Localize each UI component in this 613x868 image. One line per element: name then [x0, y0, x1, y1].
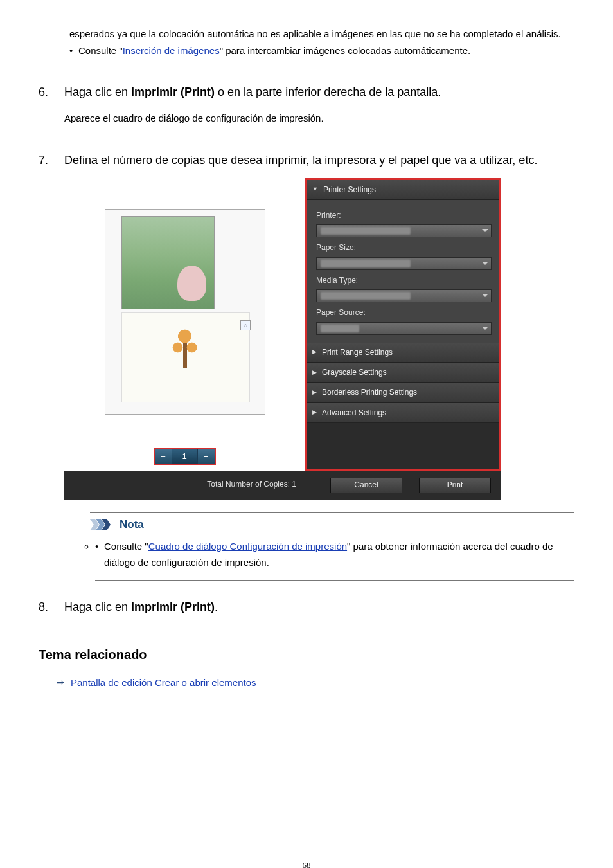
printer-label: Printer:	[316, 209, 492, 222]
copies-plus[interactable]: +	[198, 449, 215, 464]
step8-text: Haga clic en Imprimir (Print).	[64, 597, 574, 617]
settings-pane: ▼ Printer Settings Printer: Paper Size: …	[305, 178, 501, 471]
print-range-label: Print Range Settings	[322, 346, 393, 359]
bullet-prefix: Consulte "	[78, 45, 123, 56]
borderless-header[interactable]: ▶ Borderless Printing Settings	[307, 383, 499, 402]
mediatype-select[interactable]	[316, 289, 492, 302]
arrow-right-icon: ➡	[57, 675, 64, 691]
step6-bold: Imprimir (Print)	[131, 86, 215, 98]
nota-label: Nota	[120, 516, 144, 534]
print-button[interactable]: Print	[419, 478, 491, 493]
step8-post: .	[215, 601, 218, 613]
nota-heading: Nota	[90, 512, 574, 534]
borderless-label: Borderless Printing Settings	[322, 386, 417, 399]
chevron-right-icon: ▶	[312, 408, 317, 417]
chevron-down-icon: ▼	[312, 185, 318, 194]
copies-stepper[interactable]: − 1 +	[154, 448, 216, 465]
step-6: 6. Haga clic en Imprimir (Print) o en la…	[39, 82, 574, 134]
nota-prefix: Consulte "	[104, 541, 148, 552]
step8-pre: Haga clic en	[64, 601, 131, 613]
papersource-select[interactable]	[316, 322, 492, 335]
insert-images-link[interactable]: Inserción de imágenes	[123, 45, 220, 56]
step6-pre: Haga clic en	[64, 86, 131, 98]
note-bullet: Consulte "Inserción de imágenes" para in…	[69, 42, 574, 59]
mediatype-label: Media Type:	[316, 274, 492, 287]
papersource-label: Paper Source:	[316, 306, 492, 319]
cancel-button[interactable]: Cancel	[330, 478, 402, 493]
chevron-right-icon: ▶	[312, 368, 317, 377]
print-settings-dialog-link[interactable]: Cuadro de diálogo Configuración de impre…	[148, 541, 347, 552]
copies-minus[interactable]: −	[155, 449, 172, 464]
copies-value: 1	[172, 449, 198, 464]
chevron-right-icon: ▶	[312, 388, 317, 397]
related-link-row: ➡ Pantalla de edición Crear o abrir elem…	[57, 674, 574, 691]
step6-text: Haga clic en Imprimir (Print) o en la pa…	[64, 82, 574, 102]
step-number: 8.	[39, 597, 64, 617]
step7-text: Defina el número de copias que desea imp…	[64, 150, 574, 170]
magnifier-icon: ⌕	[240, 320, 251, 330]
step-7: 7. Defina el número de copias que desea …	[39, 150, 574, 580]
nota-icon	[90, 519, 117, 530]
page-number: 68	[39, 858, 574, 868]
step6-sub: Aparece el cuadro de diálogo de configur…	[64, 110, 574, 127]
preview-pane: ⌕ − 1 +	[64, 178, 305, 471]
printer-settings-header[interactable]: ▼ Printer Settings	[307, 180, 499, 200]
printer-select[interactable]	[316, 224, 492, 237]
step-8: 8. Haga clic en Imprimir (Print).	[39, 597, 574, 625]
note-text: esperados ya que la colocación automátic…	[69, 26, 574, 42]
step6-post: o en la parte inferior derecha de la pan…	[215, 86, 441, 98]
bullet-suffix: " para intercambiar imágenes colocadas a…	[220, 45, 471, 56]
papersize-label: Paper Size:	[316, 241, 492, 254]
print-dialog-figure: ⌕ − 1 + ▼	[64, 178, 501, 500]
grayscale-header[interactable]: ▶ Grayscale Settings	[307, 363, 499, 383]
step-number: 7.	[39, 150, 64, 170]
printer-settings-label: Printer Settings	[323, 183, 376, 196]
step8-bold: Imprimir (Print)	[131, 601, 215, 613]
note-continuation: esperados ya que la colocación automátic…	[69, 26, 574, 68]
printer-settings-body: Printer: Paper Size: Media Type: Paper S…	[307, 200, 499, 343]
grayscale-label: Grayscale Settings	[322, 366, 387, 379]
papersize-select[interactable]	[316, 257, 492, 270]
print-range-header[interactable]: ▶ Print Range Settings	[307, 343, 499, 363]
advanced-label: Advanced Settings	[322, 406, 386, 419]
related-heading: Tema relacionado	[39, 644, 574, 665]
nota-block: Nota Consulte "Cuadro de diálogo Configu…	[90, 512, 574, 581]
page-preview: ⌕	[105, 209, 265, 415]
chevron-right-icon: ▶	[312, 347, 317, 357]
nota-bullet: Consulte "Cuadro de diálogo Configuració…	[95, 538, 574, 571]
related-link[interactable]: Pantalla de edición Crear o abrir elemen…	[71, 674, 256, 691]
advanced-header[interactable]: ▶ Advanced Settings	[307, 403, 499, 423]
total-copies-label: Total Number of Copies: 1	[64, 471, 305, 500]
step-number: 6.	[39, 82, 64, 102]
